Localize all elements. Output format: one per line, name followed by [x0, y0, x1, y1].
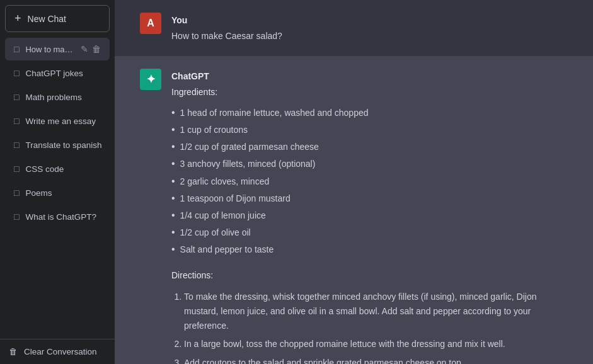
- sidebar-item-label: Math problems: [25, 93, 81, 102]
- list-item: Add croutons to the salad and sprinkle g…: [184, 354, 568, 365]
- sidebar-item-label: Translate to spanish: [25, 140, 101, 150]
- sidebar-item-write-me-an-essay[interactable]: □ Write me an essay: [5, 110, 110, 132]
- user-message-content: You How to make Caesar salad?: [171, 13, 568, 43]
- user-message-block: A You How to make Caesar salad?: [115, 0, 593, 56]
- item-actions: ✎ 🗑: [81, 44, 101, 54]
- user-name: You: [171, 15, 568, 25]
- sidebar-item-label: CSS code: [25, 164, 64, 174]
- user-message-text: How to make Caesar salad?: [171, 29, 568, 43]
- chat-bubble-icon: □: [14, 164, 19, 174]
- new-chat-button[interactable]: + New Chat: [5, 5, 110, 32]
- sidebar-item-label: Poems: [25, 188, 52, 198]
- list-item: 2 garlic cloves, minced: [171, 173, 568, 190]
- sidebar-item-poems[interactable]: □ Poems: [5, 181, 110, 204]
- chat-bubble-icon: □: [14, 212, 19, 222]
- gpt-avatar: ✦: [140, 69, 161, 90]
- gpt-avatar-symbol: ✦: [146, 72, 156, 86]
- sidebar-item-translate-to-spanish[interactable]: □ Translate to spanish: [5, 134, 110, 156]
- chat-bubble-icon: □: [14, 92, 19, 102]
- chat-bubble-icon: □: [14, 44, 19, 54]
- sidebar-item-css-code[interactable]: □ CSS code: [5, 157, 110, 180]
- user-message-header: A You How to make Caesar salad?: [140, 13, 568, 43]
- chat-bubble-icon: □: [14, 188, 19, 198]
- chat-bubble-icon: □: [14, 140, 19, 150]
- list-item: 1/4 cup of lemon juice: [171, 207, 568, 224]
- list-item: 1/2 cup of olive oil: [171, 224, 568, 241]
- list-item: 1 cup of croutons: [171, 122, 568, 139]
- user-avatar: A: [140, 13, 161, 34]
- list-item: 3 anchovy fillets, minced (optional): [171, 156, 568, 173]
- list-item: 1 teaspoon of Dijon mustard: [171, 190, 568, 207]
- assistant-name: ChatGPT: [171, 71, 568, 81]
- list-item: In a large bowl, toss the chopped romain…: [184, 335, 568, 353]
- sidebar-item-label: Write me an essay: [25, 117, 96, 126]
- user-avatar-initial: A: [147, 18, 154, 29]
- sidebar-bottom: 🗑 Clear Conversation: [0, 339, 115, 364]
- sidebar-item-label: ChatGPT jokes: [25, 69, 83, 78]
- delete-icon[interactable]: 🗑: [92, 44, 101, 54]
- sidebar-item-label: What is ChatGPT?: [25, 212, 96, 222]
- new-chat-label: New Chat: [28, 14, 66, 24]
- clear-label: Clear Conversation: [24, 347, 97, 356]
- sidebar-item-math-problems[interactable]: □ Math problems: [5, 86, 110, 108]
- clear-conversation-button[interactable]: 🗑 Clear Conversation: [0, 339, 115, 364]
- trash-icon: 🗑: [9, 347, 18, 356]
- list-item: Salt and pepper to taste: [171, 241, 568, 258]
- sidebar: + New Chat □ How to make Caesar sa ✎ 🗑 □…: [0, 0, 115, 364]
- list-item: 1/2 cup of grated parmesan cheese: [171, 139, 568, 156]
- assistant-message-header: ✦ ChatGPT Ingredients: 1 head of romaine…: [140, 69, 568, 364]
- sidebar-item-chatgpt-jokes[interactable]: □ ChatGPT jokes: [5, 62, 110, 84]
- ingredients-heading: Ingredients:: [171, 85, 568, 100]
- plus-icon: +: [14, 12, 21, 25]
- list-item: 1 head of romaine lettuce, washed and ch…: [171, 105, 568, 122]
- chat-area: A You How to make Caesar salad? ✦ ChatGP…: [115, 0, 593, 364]
- sidebar-item-what-is-chatgpt[interactable]: □ What is ChatGPT?: [5, 205, 110, 228]
- chat-bubble-icon: □: [14, 116, 19, 126]
- ingredients-list: 1 head of romaine lettuce, washed and ch…: [171, 105, 568, 258]
- edit-icon[interactable]: ✎: [81, 44, 88, 54]
- directions-list: To make the dressing, whisk together min…: [184, 288, 568, 364]
- sidebar-item-how-to-make-caesar[interactable]: □ How to make Caesar sa ✎ 🗑: [5, 38, 110, 60]
- assistant-message-text: Ingredients: 1 head of romaine lettuce, …: [171, 85, 568, 364]
- chat-bubble-icon: □: [14, 68, 19, 78]
- assistant-message-block: ✦ ChatGPT Ingredients: 1 head of romaine…: [115, 56, 593, 364]
- assistant-message-content: ChatGPT Ingredients: 1 head of romaine l…: [171, 69, 568, 364]
- sidebar-item-label: How to make Caesar sa: [25, 45, 74, 54]
- directions-heading: Directions:: [171, 268, 568, 283]
- list-item: To make the dressing, whisk together min…: [184, 288, 568, 335]
